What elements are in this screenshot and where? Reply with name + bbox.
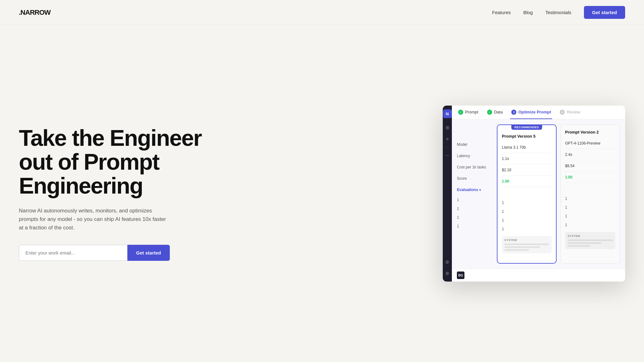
- nav-logo: .NARROW: [19, 8, 51, 17]
- hero-title: Take the Engineer out of Prompt Engineer…: [19, 126, 208, 198]
- nav-link-testimonials[interactable]: Testimonials: [545, 10, 571, 15]
- version-1-latency: 1.1s: [502, 153, 552, 164]
- sidebar-icon-dots[interactable]: ⋯: [443, 151, 452, 160]
- app-window: N ⊞ ≡ ⋯ ⚙ ⚙ ✓ Prompt: [443, 106, 625, 282]
- system-2-line-1: [568, 239, 613, 241]
- system-2-line-2: [568, 242, 602, 244]
- hero-form: Get started: [19, 245, 170, 261]
- v2-eval-3: 1: [565, 212, 615, 221]
- version-card-2: Prompt Version 2 GPT-4-1106-Preview 2.4s…: [560, 124, 620, 264]
- tab-prompt[interactable]: ✓ Prompt: [457, 106, 480, 119]
- nav-cta-button[interactable]: Get started: [584, 6, 625, 19]
- version-2-eval-spacer: [565, 183, 615, 194]
- v2-eval-4: 1: [565, 221, 615, 229]
- recommended-badge: RECOMMENDED: [511, 125, 542, 130]
- sidebar-icon-settings[interactable]: ⚙: [443, 258, 452, 266]
- system-2-line-3: [568, 245, 590, 247]
- hero-section: Take the Engineer out of Prompt Engineer…: [0, 25, 644, 362]
- label-score: Score: [457, 173, 493, 184]
- tab-review-num: 4: [560, 110, 565, 115]
- v1-eval-1: 1: [502, 198, 552, 207]
- tab-prompt-label: Prompt: [465, 110, 478, 114]
- tab-data-label: Data: [494, 110, 502, 114]
- sidebar-icon-list[interactable]: ≡: [443, 134, 452, 143]
- label-model: Model: [457, 139, 493, 150]
- nav-link-features[interactable]: Features: [492, 10, 511, 15]
- v1-eval-3: 1: [502, 216, 552, 225]
- system-2-label: SYSTEM: [568, 234, 613, 238]
- version-card-1: RECOMMENDED Prompt Version 5 Llama 3.1 7…: [497, 124, 557, 264]
- version-1-score: 1.00: [502, 176, 552, 187]
- sidebar-divider: [444, 147, 451, 147]
- nav-right: Features Blog Testimonials Get started: [492, 6, 625, 19]
- label-eval-2: 1: [457, 204, 493, 213]
- label-latency: Latency: [457, 150, 493, 162]
- v2-eval-2: 1: [565, 203, 615, 212]
- v1-eval-2: 1: [502, 207, 552, 216]
- version-2-latency: 2.4s: [565, 149, 615, 160]
- sidebar-icon-grid[interactable]: ⊞: [443, 123, 452, 132]
- version-2-rows: GPT-4-1106-Preview 2.4s $8.54 1.00: [561, 138, 620, 194]
- version-2-evals: 1 1 1 1: [561, 194, 620, 229]
- hero-right: N ⊞ ≡ ⋯ ⚙ ⚙ ✓ Prompt: [208, 106, 625, 282]
- bottom-badge: BG: [457, 272, 464, 279]
- label-cost: Cost per 1k tasks: [457, 162, 493, 173]
- tab-prompt-check: ✓: [458, 110, 463, 115]
- tab-optimize[interactable]: 3 Optimize Prompt: [510, 106, 552, 119]
- app-tabs: ✓ Prompt ✓ Data 3 Optimize Prompt 4 Revi…: [452, 106, 625, 119]
- app-bottom: BG: [452, 269, 625, 282]
- app-sidebar: N ⊞ ≡ ⋯ ⚙ ⚙: [443, 106, 452, 282]
- tab-review[interactable]: 4 Review: [558, 106, 581, 119]
- tab-data-check: ✓: [487, 110, 492, 115]
- comparison-labels: Model Latency Cost per 1k tasks Score Ev…: [457, 124, 493, 264]
- v2-eval-1: 1: [565, 194, 615, 203]
- navbar: .NARROW Features Blog Testimonials Get s…: [0, 0, 644, 25]
- version-2-title: Prompt Version 2: [561, 125, 620, 138]
- version-1-model: Llama 3.1 70b: [502, 142, 552, 153]
- tab-data[interactable]: ✓ Data: [486, 106, 504, 119]
- label-eval-4: 1: [457, 222, 493, 231]
- system-1-label: SYSTEM: [504, 239, 549, 242]
- tab-optimize-num: 3: [511, 110, 516, 115]
- tab-optimize-label: Optimize Prompt: [518, 110, 551, 114]
- v1-eval-4: 1: [502, 225, 552, 233]
- system-1-line-2: [504, 246, 540, 248]
- app-content: Model Latency Cost per 1k tasks Score Ev…: [452, 119, 625, 269]
- system-1-line-3: [504, 249, 529, 251]
- version-1-eval-spacer: [502, 187, 552, 198]
- sidebar-logo: N: [443, 109, 452, 118]
- version-2-cost: $8.54: [565, 160, 615, 172]
- app-main: ✓ Prompt ✓ Data 3 Optimize Prompt 4 Revi…: [452, 106, 625, 282]
- hero-cta-button[interactable]: Get started: [127, 245, 170, 261]
- sidebar-icon-user[interactable]: ⚙: [443, 269, 452, 278]
- version-2-score: 1.00: [565, 172, 615, 183]
- version-2-model: GPT-4-1106-Preview: [565, 138, 615, 149]
- email-input[interactable]: [19, 245, 127, 261]
- version-1-cost: $2.10: [502, 164, 552, 176]
- hero-subtitle: Narrow AI autonomously writes, monitors,…: [19, 206, 170, 232]
- version-1-system: SYSTEM: [502, 236, 552, 253]
- system-1-line-1: [504, 244, 549, 245]
- version-1-rows: Llama 3.1 70b 1.1s $2.10 1.00: [497, 142, 556, 198]
- label-eval-1: 1: [457, 195, 493, 204]
- label-evaluations[interactable]: Evaluations ▾: [457, 184, 493, 195]
- hero-left: Take the Engineer out of Prompt Engineer…: [19, 126, 208, 261]
- version-1-evals: 1 1 1 1: [497, 198, 556, 233]
- nav-link-blog[interactable]: Blog: [523, 10, 533, 15]
- label-eval-3: 1: [457, 213, 493, 222]
- tab-review-label: Review: [567, 110, 580, 114]
- version-2-system: SYSTEM: [565, 232, 615, 249]
